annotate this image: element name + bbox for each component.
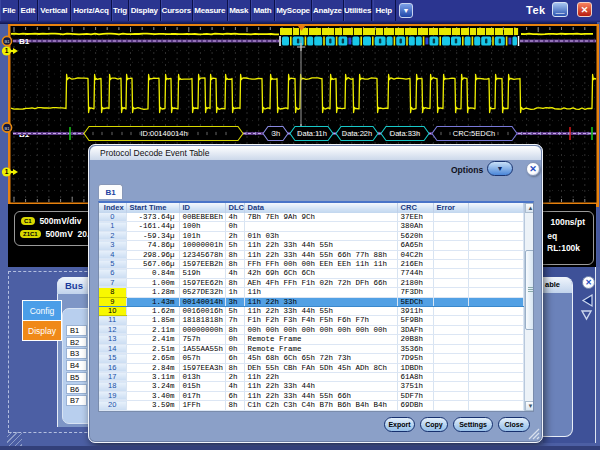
- svg-text:B1: B1: [19, 37, 30, 46]
- svg-text:CRC:5EDCh: CRC:5EDCh: [453, 129, 496, 138]
- svg-text:B1: B1: [4, 126, 10, 131]
- svg-text:Data:33h: Data:33h: [390, 129, 420, 138]
- svg-text:1: 1: [5, 47, 9, 54]
- svg-text:ID:00140014h: ID:00140014h: [140, 129, 187, 138]
- svg-text:1: 1: [5, 168, 9, 175]
- svg-text:3h: 3h: [272, 129, 280, 138]
- svg-text:B1: B1: [4, 39, 10, 44]
- svg-text:Data:22h: Data:22h: [342, 129, 372, 138]
- svg-text:Data:11h: Data:11h: [297, 129, 327, 138]
